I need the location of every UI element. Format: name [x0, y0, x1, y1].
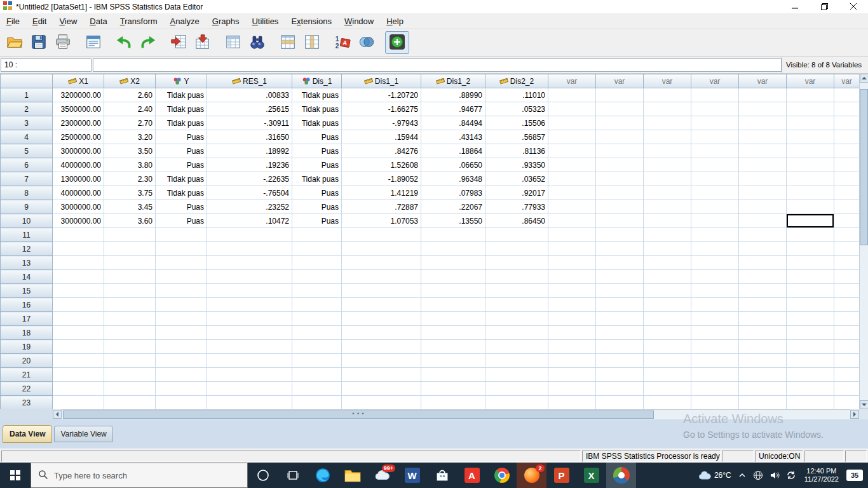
data-cell[interactable]: .31650	[207, 130, 292, 144]
data-cell[interactable]	[156, 354, 207, 368]
data-cell[interactable]	[207, 368, 292, 382]
data-cell[interactable]: Puas	[292, 130, 342, 144]
data-cell[interactable]: -1.66275	[342, 102, 421, 116]
data-cell[interactable]: 1.52608	[342, 158, 421, 172]
data-cell[interactable]: 2.70	[104, 116, 156, 130]
data-cell[interactable]: .88990	[421, 88, 485, 102]
data-cell[interactable]: Puas	[292, 214, 342, 228]
word-taskbar-button[interactable]: W	[397, 463, 427, 488]
column-header-Y[interactable]: Y	[156, 74, 207, 88]
row-number[interactable]: 23	[1, 396, 53, 410]
data-cell[interactable]	[644, 200, 691, 214]
data-cell[interactable]: -.30911	[207, 116, 292, 130]
column-header-Dis_1[interactable]: Dis_1	[292, 74, 342, 88]
data-cell[interactable]: .00833	[207, 88, 292, 102]
data-cell[interactable]	[548, 396, 596, 410]
row-number[interactable]: 5	[1, 144, 53, 158]
data-cell[interactable]: Puas	[292, 200, 342, 214]
data-cell[interactable]	[548, 186, 596, 200]
data-cell[interactable]: Tidak puas	[156, 172, 207, 186]
data-cell[interactable]	[596, 340, 644, 354]
data-cell[interactable]	[596, 116, 644, 130]
data-cell[interactable]	[156, 368, 207, 382]
data-cell[interactable]	[644, 326, 691, 340]
data-cell[interactable]	[691, 158, 739, 172]
data-cell[interactable]	[787, 270, 834, 284]
data-cell[interactable]	[644, 396, 691, 410]
data-cell[interactable]	[485, 284, 548, 298]
data-cell[interactable]: .15506	[485, 116, 548, 130]
data-cell[interactable]	[548, 158, 596, 172]
data-cell[interactable]	[787, 200, 834, 214]
row-number[interactable]: 9	[1, 200, 53, 214]
data-cell[interactable]	[485, 270, 548, 284]
data-cell[interactable]	[739, 312, 787, 326]
data-cell[interactable]	[485, 242, 548, 256]
data-cell[interactable]	[485, 354, 548, 368]
data-cell[interactable]	[834, 396, 860, 410]
data-cell[interactable]	[834, 200, 860, 214]
data-cell[interactable]: 3000000.00	[53, 200, 104, 214]
data-cell[interactable]: 2.30	[104, 172, 156, 186]
data-cell[interactable]	[596, 326, 644, 340]
data-cell[interactable]	[596, 200, 644, 214]
data-cell[interactable]	[739, 172, 787, 186]
data-cell[interactable]	[421, 256, 485, 270]
row-number[interactable]: 13	[1, 256, 53, 270]
data-cell[interactable]: 1300000.00	[53, 172, 104, 186]
row-number[interactable]: 7	[1, 172, 53, 186]
data-cell[interactable]	[691, 368, 739, 382]
data-cell[interactable]	[156, 396, 207, 410]
data-cell[interactable]: .15944	[342, 130, 421, 144]
data-cell[interactable]	[485, 312, 548, 326]
data-cell[interactable]	[596, 158, 644, 172]
data-cell[interactable]: Tidak puas	[156, 186, 207, 200]
data-cell[interactable]	[644, 354, 691, 368]
data-cell[interactable]	[485, 326, 548, 340]
data-cell[interactable]	[596, 172, 644, 186]
data-cell[interactable]	[548, 340, 596, 354]
data-cell[interactable]	[834, 284, 860, 298]
data-cell[interactable]	[596, 102, 644, 116]
data-cell[interactable]	[104, 242, 156, 256]
data-cell[interactable]	[207, 312, 292, 326]
data-cell[interactable]	[644, 88, 691, 102]
data-cell[interactable]	[548, 130, 596, 144]
horizontal-scroll-track[interactable]	[62, 409, 850, 419]
data-cell[interactable]: -1.20720	[342, 88, 421, 102]
data-cell[interactable]	[691, 116, 739, 130]
variables-button[interactable]	[221, 31, 245, 54]
data-cell[interactable]: 1.07053	[342, 214, 421, 228]
data-cell[interactable]	[548, 116, 596, 130]
data-cell[interactable]	[421, 228, 485, 242]
data-cell[interactable]	[596, 186, 644, 200]
undo-button[interactable]	[112, 31, 136, 54]
data-cell[interactable]	[104, 340, 156, 354]
data-cell[interactable]: Tidak puas	[156, 88, 207, 102]
data-cell[interactable]: Tidak puas	[292, 102, 342, 116]
data-cell[interactable]	[421, 326, 485, 340]
data-cell[interactable]	[691, 242, 739, 256]
data-cell[interactable]: Puas	[292, 186, 342, 200]
cortana-button[interactable]	[248, 463, 278, 488]
data-cell[interactable]	[596, 144, 644, 158]
data-cell[interactable]	[834, 214, 860, 228]
data-cell[interactable]	[644, 242, 691, 256]
horizontal-scrollbar[interactable]	[0, 409, 868, 419]
data-cell[interactable]: Tidak puas	[156, 102, 207, 116]
data-cell[interactable]	[691, 200, 739, 214]
data-cell[interactable]: -.76504	[207, 186, 292, 200]
data-cell[interactable]: 3000000.00	[53, 144, 104, 158]
row-number[interactable]: 17	[1, 312, 53, 326]
data-cell[interactable]: .84276	[342, 144, 421, 158]
data-cell[interactable]: Puas	[156, 200, 207, 214]
powerpoint-taskbar-button[interactable]: P	[546, 463, 576, 488]
data-cell[interactable]	[739, 368, 787, 382]
data-cell[interactable]	[691, 130, 739, 144]
data-cell[interactable]	[485, 298, 548, 312]
data-cell[interactable]	[548, 368, 596, 382]
data-cell[interactable]	[787, 186, 834, 200]
data-cell[interactable]	[691, 144, 739, 158]
data-cell[interactable]	[342, 298, 421, 312]
data-cell[interactable]	[342, 242, 421, 256]
